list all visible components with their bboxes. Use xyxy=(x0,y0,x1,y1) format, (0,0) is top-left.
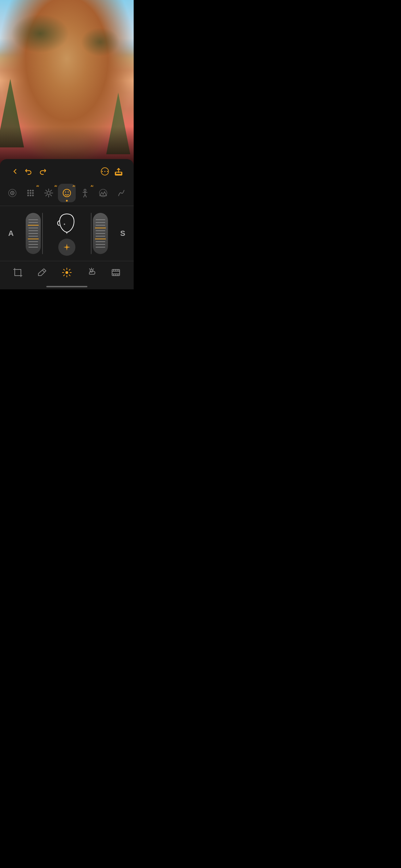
crop-icon xyxy=(13,267,23,278)
svg-point-7 xyxy=(12,192,13,194)
right-label: S xyxy=(119,229,127,238)
svg-point-12 xyxy=(30,192,32,194)
svg-point-14 xyxy=(27,195,29,196)
svg-point-39 xyxy=(65,271,68,274)
right-slider-lines xyxy=(95,219,106,248)
svg-line-21 xyxy=(46,190,47,192)
back-button[interactable] xyxy=(8,165,22,178)
photo-area xyxy=(0,0,134,168)
filter-beauty[interactable]: AI xyxy=(22,184,40,202)
svg-point-13 xyxy=(32,192,34,194)
ai-beauty-button[interactable] xyxy=(58,239,75,256)
svg-point-15 xyxy=(30,195,32,196)
svg-point-16 xyxy=(32,195,34,196)
share-button[interactable] xyxy=(112,165,125,178)
original-icon xyxy=(8,188,17,198)
face-icon xyxy=(62,188,72,198)
svg-point-8 xyxy=(27,190,29,192)
filter-body[interactable]: AI xyxy=(76,184,94,202)
more-icon xyxy=(100,167,109,176)
svg-line-22 xyxy=(50,195,52,196)
nav-crop[interactable] xyxy=(9,264,26,281)
svg-point-0 xyxy=(102,171,103,172)
filter-face[interactable]: AI xyxy=(58,184,76,202)
filter-row: AI AI xyxy=(0,182,134,206)
toolbar-row xyxy=(0,159,134,182)
right-slider-divider xyxy=(91,213,92,254)
film-icon xyxy=(111,267,121,278)
ai-badge-beauty: AI xyxy=(36,184,39,188)
svg-point-1 xyxy=(104,171,105,172)
svg-line-45 xyxy=(69,275,70,276)
center-area xyxy=(55,211,79,256)
adjust-icon xyxy=(62,267,72,278)
svg-point-25 xyxy=(47,192,50,195)
redo-icon xyxy=(38,167,47,176)
left-slider-divider xyxy=(42,213,43,254)
landscape-icon xyxy=(98,188,108,198)
active-dot xyxy=(66,200,68,202)
svg-point-26 xyxy=(63,189,71,197)
svg-line-51 xyxy=(93,269,94,269)
curve-icon xyxy=(117,188,126,198)
left-slider[interactable] xyxy=(26,213,41,254)
ai-badge-body: AI xyxy=(90,184,93,188)
undo-button[interactable] xyxy=(22,165,36,178)
face-outline-svg xyxy=(55,211,79,235)
svg-point-10 xyxy=(32,190,34,192)
undo-icon xyxy=(24,167,33,176)
nav-filter[interactable] xyxy=(83,264,100,281)
app-container: AI AI xyxy=(0,0,134,289)
svg-line-46 xyxy=(69,269,70,270)
light-icon xyxy=(44,188,53,198)
svg-point-36 xyxy=(64,224,65,225)
svg-point-28 xyxy=(68,192,69,193)
redo-button[interactable] xyxy=(36,165,49,178)
svg-line-44 xyxy=(63,269,64,270)
left-label: A xyxy=(7,229,15,238)
right-slider-container xyxy=(89,211,108,256)
svg-point-9 xyxy=(30,190,32,192)
ai-badge-light: AI xyxy=(54,184,57,188)
filter-light[interactable]: AI xyxy=(40,184,58,202)
share-icon xyxy=(114,167,123,176)
ai-badge-face: AI xyxy=(72,184,75,188)
nav-erase[interactable] xyxy=(34,264,51,281)
sparkle-icon xyxy=(62,242,72,252)
svg-point-2 xyxy=(107,171,108,172)
back-icon xyxy=(11,167,20,176)
svg-line-50 xyxy=(89,269,90,269)
svg-line-33 xyxy=(85,194,86,197)
erase-icon xyxy=(37,267,47,278)
svg-line-47 xyxy=(63,275,64,276)
bottom-nav xyxy=(0,261,134,285)
svg-point-37 xyxy=(66,246,68,248)
svg-line-38 xyxy=(42,270,45,272)
left-slider-container xyxy=(26,211,44,256)
filter-curve[interactable] xyxy=(112,184,130,202)
svg-point-27 xyxy=(65,192,66,193)
svg-point-11 xyxy=(27,192,29,194)
svg-line-24 xyxy=(46,195,47,196)
left-slider-lines xyxy=(28,219,39,248)
bottom-panel: AI AI xyxy=(0,159,134,289)
cloud-sun-icon xyxy=(86,267,97,278)
right-slider[interactable] xyxy=(93,213,108,254)
home-indicator xyxy=(46,286,87,287)
svg-line-23 xyxy=(50,190,52,192)
nav-adjust[interactable] xyxy=(58,264,75,281)
filter-landscape[interactable] xyxy=(94,184,112,202)
adjustment-panel: A xyxy=(0,206,134,261)
more-button[interactable] xyxy=(98,165,112,178)
svg-line-32 xyxy=(84,194,85,197)
nav-film[interactable] xyxy=(107,264,124,281)
filter-original[interactable] xyxy=(3,184,22,202)
beauty-icon xyxy=(26,188,35,198)
body-icon xyxy=(80,188,90,198)
